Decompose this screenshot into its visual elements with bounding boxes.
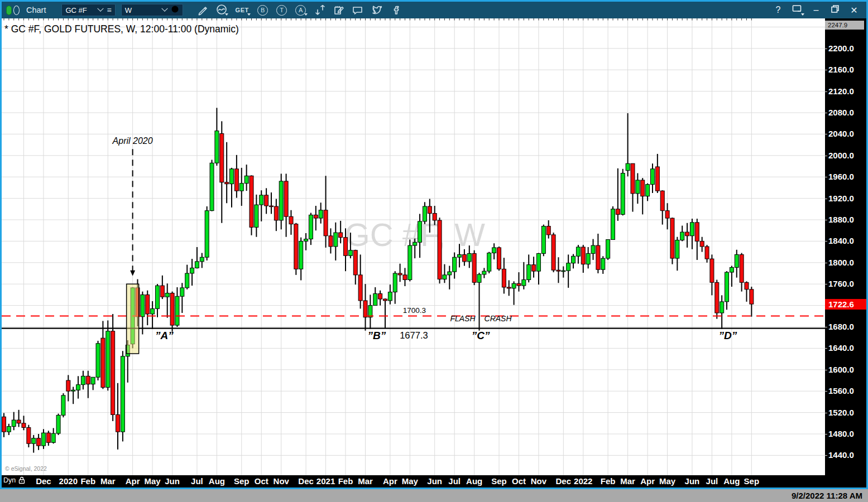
trade-icon[interactable]: T bbox=[275, 3, 289, 17]
candle bbox=[492, 243, 496, 259]
facebook-icon[interactable] bbox=[389, 3, 403, 17]
interval-value: W bbox=[125, 6, 159, 15]
price-tick bbox=[825, 199, 827, 199]
x-axis-label: Feb bbox=[601, 476, 616, 486]
price-tick bbox=[825, 70, 827, 70]
candle bbox=[363, 284, 367, 331]
candle bbox=[626, 113, 630, 176]
x-axis-label: Nov bbox=[274, 476, 289, 486]
interval-combo[interactable]: W bbox=[121, 4, 183, 16]
twitter-icon[interactable] bbox=[370, 3, 384, 17]
level-label-1700.3: 1700.3 bbox=[403, 306, 426, 315]
bid-icon[interactable]: B bbox=[256, 3, 270, 17]
price-axis-label: 1560.0 bbox=[828, 386, 854, 395]
dynamic-mode-badge[interactable]: Dyn bbox=[3, 476, 25, 484]
candle bbox=[572, 254, 576, 268]
note-edit-icon[interactable] bbox=[332, 3, 346, 17]
chevron-down-icon[interactable] bbox=[98, 6, 104, 12]
candle bbox=[725, 271, 729, 310]
candle bbox=[745, 281, 749, 301]
candle bbox=[497, 247, 501, 271]
x-axis-label: May bbox=[145, 476, 161, 486]
candle bbox=[195, 247, 199, 268]
candle bbox=[477, 273, 481, 331]
draw-pencil-icon[interactable] bbox=[195, 3, 210, 17]
price-tick bbox=[825, 134, 827, 134]
symbol-menu-icon[interactable]: ≡ bbox=[107, 6, 111, 15]
price-tick bbox=[825, 49, 827, 49]
alert-icon[interactable]: A bbox=[294, 3, 308, 17]
time-axis[interactable]: Dyn Dec2020FebMarAprMayJunJulAugSepOctNo… bbox=[2, 475, 866, 487]
chevron-down-icon[interactable] bbox=[161, 6, 167, 12]
help-button[interactable]: ? bbox=[773, 5, 784, 15]
flash-label: FLASH bbox=[450, 314, 476, 323]
panel-layout-button[interactable] bbox=[792, 4, 803, 16]
point-label-B[interactable]: ”B” bbox=[368, 330, 386, 341]
x-axis-label: May bbox=[402, 476, 418, 486]
candle bbox=[378, 291, 382, 306]
get-data-icon[interactable]: GET bbox=[233, 3, 251, 17]
restore-button[interactable] bbox=[829, 4, 841, 16]
candle bbox=[81, 371, 85, 390]
price-axis[interactable]: 2247.9 1722.6 2240.02200.02160.02120.020… bbox=[825, 18, 866, 475]
x-axis-label: Oct bbox=[255, 476, 268, 486]
price-tick bbox=[825, 327, 827, 327]
highlight-box[interactable] bbox=[127, 284, 139, 354]
price-tick bbox=[825, 91, 827, 92]
candle bbox=[730, 266, 733, 287]
candle bbox=[591, 239, 595, 260]
candle bbox=[66, 375, 70, 401]
candle bbox=[567, 254, 570, 288]
close-button[interactable]: ✕ bbox=[848, 5, 860, 16]
candles-svg[interactable]: GC #F, WApril 20201700.31677.3FLASHCRASH… bbox=[2, 18, 825, 475]
minimize-button[interactable]: – bbox=[811, 5, 822, 15]
candlestick-chart[interactable]: * GC #F, GOLD FUTURES, W, 12:00-11:00 (D… bbox=[2, 18, 825, 475]
status-datetime: 9/2/2022 11:28 AM bbox=[792, 491, 862, 500]
indicator-wave-icon[interactable] bbox=[214, 3, 229, 17]
candle bbox=[61, 393, 65, 417]
candle bbox=[536, 253, 540, 285]
x-axis-label: Aug bbox=[466, 476, 482, 486]
candle bbox=[274, 199, 278, 231]
clock-icon[interactable] bbox=[171, 5, 179, 15]
candle bbox=[91, 377, 95, 390]
symbol-combo[interactable]: GC #F ≡ bbox=[61, 4, 115, 16]
candle bbox=[41, 429, 45, 449]
candle bbox=[557, 257, 560, 283]
candle bbox=[586, 247, 590, 268]
candle bbox=[453, 253, 457, 279]
candle bbox=[279, 173, 283, 229]
price-axis-label: 2200.0 bbox=[828, 44, 854, 53]
candle bbox=[675, 237, 679, 271]
candle bbox=[695, 219, 699, 260]
x-axis-label: Sep bbox=[491, 476, 507, 486]
point-label-C[interactable]: ”C” bbox=[472, 330, 490, 341]
candle bbox=[299, 238, 303, 281]
x-axis-label: Jun bbox=[165, 476, 180, 486]
point-label-D[interactable]: ”D” bbox=[718, 330, 737, 341]
point-label-A[interactable]: ”A” bbox=[155, 330, 174, 341]
price-tick bbox=[825, 156, 827, 156]
symbol-value: GC #F bbox=[65, 6, 94, 15]
candle bbox=[32, 435, 36, 453]
candle bbox=[487, 252, 491, 273]
x-axis-label: 2022 bbox=[574, 476, 592, 486]
x-axis-label: Jul bbox=[191, 476, 203, 486]
candle bbox=[244, 165, 248, 191]
candle bbox=[368, 295, 372, 329]
x-axis-label: 2020 bbox=[59, 476, 78, 486]
candle bbox=[334, 223, 338, 260]
candle bbox=[170, 292, 174, 332]
candle bbox=[690, 219, 694, 249]
april-2020-label[interactable]: April 2020 bbox=[112, 136, 153, 146]
candle bbox=[205, 206, 209, 260]
lock-icon bbox=[18, 476, 25, 484]
candle bbox=[239, 168, 243, 206]
candle bbox=[438, 218, 442, 283]
candle bbox=[655, 154, 659, 193]
chat-bubble-icon[interactable] bbox=[351, 3, 365, 17]
candle bbox=[111, 314, 115, 421]
copyright-text: © eSignal, 2022 bbox=[5, 465, 47, 472]
candle bbox=[373, 287, 377, 306]
updown-arrows-icon[interactable] bbox=[313, 3, 327, 17]
